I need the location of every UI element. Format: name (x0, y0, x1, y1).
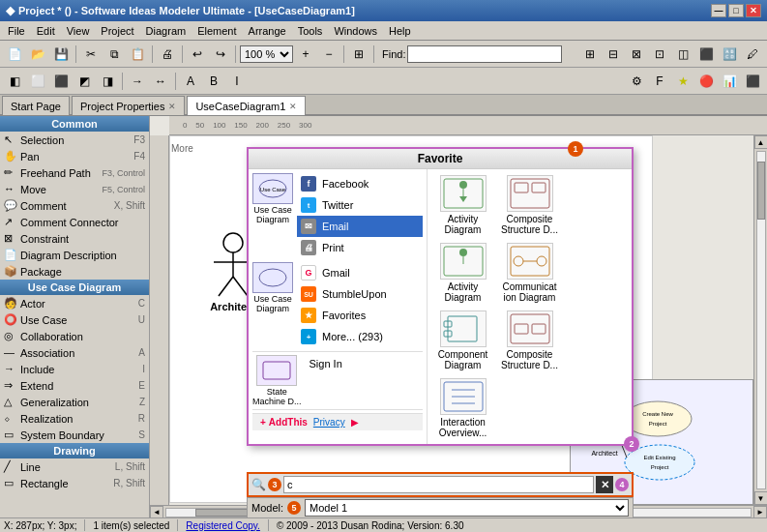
menu-tools[interactable]: Tools (292, 23, 329, 39)
search-input[interactable] (283, 476, 594, 493)
fav-facebook[interactable]: f Facebook (297, 173, 423, 194)
tool-selection[interactable]: ↖ Selection F3 (0, 132, 149, 148)
toolbar-extra-7[interactable]: 🔠 (719, 44, 740, 65)
search-clear-button[interactable]: ✕ (596, 476, 613, 493)
tab-project-properties[interactable]: Project Properties ✕ (72, 96, 185, 115)
tool-constraint[interactable]: ⊠ Constraint (0, 230, 149, 247)
fav-communication[interactable]: Communication Diagram (498, 241, 561, 305)
copy-button[interactable]: ⧉ (103, 44, 125, 65)
toolbar-extra-3[interactable]: ⊠ (626, 44, 647, 65)
open-button[interactable]: 📂 (27, 44, 48, 65)
find-input[interactable] (407, 45, 562, 63)
restore-button[interactable]: □ (728, 4, 744, 17)
save-button[interactable]: 💾 (50, 44, 72, 65)
toolbar-extra-5[interactable]: ◫ (672, 44, 693, 65)
addthis-button[interactable]: + AddThis (260, 417, 308, 428)
tool-include[interactable]: → Include I (0, 361, 149, 377)
tool-line[interactable]: ╱ Line L, Shift (0, 458, 149, 475)
toolbar-extra-4[interactable]: ⊡ (649, 44, 670, 65)
new-button[interactable]: 📄 (4, 44, 25, 65)
tool-extend[interactable]: ⇒ Extend E (0, 377, 149, 394)
cut-button[interactable]: ✂ (80, 44, 102, 65)
tool-package[interactable]: 📦 Package (0, 263, 149, 280)
privacy-link[interactable]: Privacy (313, 417, 345, 428)
vertical-scrollbar[interactable]: ▲ ▼ (753, 135, 767, 505)
menu-file[interactable]: File (2, 23, 31, 39)
tb2-btn9[interactable]: B (203, 71, 224, 92)
toolbar-extra-6[interactable]: ⬛ (695, 44, 717, 65)
undo-button[interactable]: ↩ (187, 44, 208, 65)
tb2-right5[interactable]: 📊 (719, 71, 740, 92)
tb2-btn3[interactable]: ⬛ (50, 71, 72, 92)
print-button[interactable]: 🖨 (157, 44, 178, 65)
vscroll-thumb[interactable] (757, 162, 765, 220)
menu-windows[interactable]: Windows (328, 23, 383, 39)
menu-help[interactable]: Help (383, 23, 417, 39)
minimize-button[interactable]: — (711, 4, 726, 17)
tool-freehand[interactable]: ✏ Freehand Path F3, Control (0, 164, 149, 181)
tb2-btn2[interactable]: ⬜ (27, 71, 48, 92)
menu-edit[interactable]: Edit (31, 23, 61, 39)
fav-twitter[interactable]: t Twitter (297, 194, 423, 216)
tool-diagram-desc[interactable]: 📄 Diagram Description (0, 247, 149, 263)
tool-realization[interactable]: ⬦ Realization R (0, 410, 149, 427)
fav-more[interactable]: + More... (293) (297, 326, 423, 347)
menu-element[interactable]: Element (192, 23, 242, 39)
menu-diagram[interactable]: Diagram (140, 23, 192, 39)
tool-system-boundary[interactable]: ▭ System Boundary S (0, 427, 149, 443)
tool-rectangle[interactable]: ▭ Rectangle R, Shift (0, 475, 149, 491)
tb2-right4[interactable]: 🔴 (695, 71, 717, 92)
menu-arrange[interactable]: Arrange (243, 23, 292, 39)
tab-proj-close[interactable]: ✕ (168, 102, 176, 111)
tab-usecase-diagram[interactable]: UseCaseDiagram1 ✕ (187, 96, 306, 115)
tb2-btn4[interactable]: ◩ (74, 71, 95, 92)
fav-gmail[interactable]: G Gmail (297, 262, 423, 283)
fav-composite-2[interactable]: CompositeStructure D... (498, 309, 561, 372)
scroll-down-button[interactable]: ▼ (754, 491, 768, 505)
tool-actor[interactable]: 🧑 Actor C (0, 295, 149, 311)
tool-move[interactable]: ↔ Move F5, Control (0, 181, 149, 197)
tool-comment-connector[interactable]: ↗ Comment Connector (0, 214, 149, 230)
tab-uc-close[interactable]: ✕ (289, 102, 297, 111)
menu-project[interactable]: Project (95, 23, 139, 39)
menu-view[interactable]: View (61, 23, 96, 39)
scroll-up-button[interactable]: ▲ (754, 135, 768, 149)
fav-activity-2[interactable]: ActivityDiagram (431, 241, 494, 305)
close-button[interactable]: ✕ (746, 4, 761, 17)
redo-button[interactable]: ↪ (210, 44, 231, 65)
toolbar-extra-1[interactable]: ⊞ (579, 44, 601, 65)
fav-activity-1[interactable]: ActivityDiagram (431, 173, 494, 237)
tb2-btn5[interactable]: ◨ (97, 71, 118, 92)
fav-diag-usecase-1[interactable]: Use Case Use CaseDiagram (252, 173, 293, 224)
tool-usecase[interactable]: ⭕ Use Case U (0, 311, 149, 328)
canvas-area[interactable]: 0 50 100 150 200 250 300 (150, 116, 767, 532)
tool-comment[interactable]: 💬 Comment X, Shift (0, 197, 149, 214)
tb2-btn6[interactable]: → (127, 71, 148, 92)
tb2-btn8[interactable]: A (180, 71, 201, 92)
fit-button[interactable]: ⊞ (348, 44, 369, 65)
fav-interaction[interactable]: InteractionOverview... (431, 376, 494, 440)
fav-diag-state[interactable]: StateMachine D... (252, 355, 302, 406)
tb2-right2[interactable]: F (649, 71, 670, 92)
fav-email[interactable]: ✉ Email (297, 216, 423, 237)
fav-component[interactable]: ComponentDiagram (431, 309, 494, 372)
zoom-in-button[interactable]: + (295, 44, 316, 65)
fav-print[interactable]: 🖨 Print (297, 237, 423, 258)
tool-pan[interactable]: ✋ Pan F4 (0, 148, 149, 164)
tool-generalization[interactable]: △ Generalization Z (0, 394, 149, 410)
fav-diag-usecase-2[interactable]: Use CaseDiagram (252, 262, 293, 313)
toolbar-extra-8[interactable]: 🖊 (742, 44, 763, 65)
tb2-btn1[interactable]: ◧ (4, 71, 25, 92)
tool-collaboration[interactable]: ◎ Collaboration (0, 328, 149, 344)
toolbar-extra-2[interactable]: ⊟ (603, 44, 624, 65)
tool-association[interactable]: — Association A (0, 344, 149, 361)
fav-stumble[interactable]: SU StumbleUpon (297, 283, 423, 305)
zoom-out-button[interactable]: − (318, 44, 339, 65)
paste-button[interactable]: 📋 (127, 44, 148, 65)
fav-signin[interactable]: Sign In (306, 355, 423, 372)
tb2-btn10[interactable]: I (226, 71, 248, 92)
tab-start-page[interactable]: Start Page (2, 96, 70, 115)
zoom-select[interactable]: 100 % (240, 45, 293, 63)
tb2-right3[interactable]: ★ (672, 71, 693, 92)
tb2-right1[interactable]: ⚙ (626, 71, 647, 92)
